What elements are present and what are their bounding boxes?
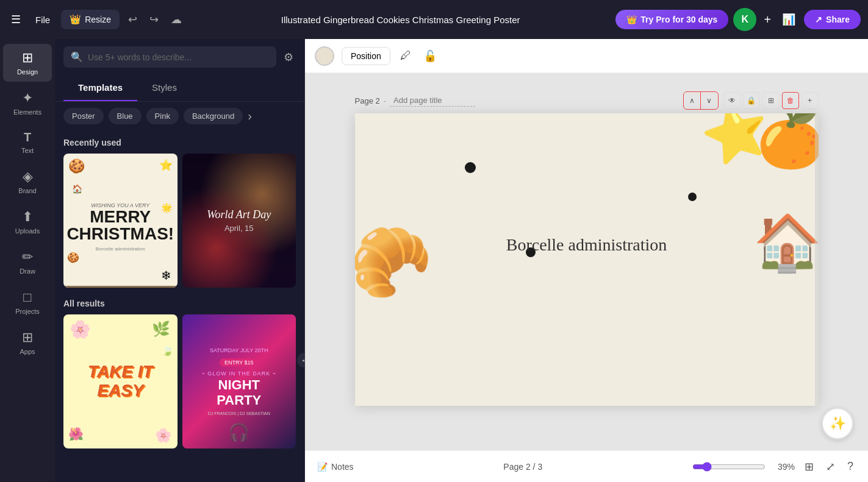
page-indicator: Page 2 / 3: [503, 462, 542, 472]
sidebar-label-projects: Projects: [15, 308, 40, 315]
sidebar-item-text[interactable]: T Text: [3, 124, 52, 160]
page-nav-group: ∧ ∨: [683, 91, 719, 110]
crown-icon: 👑: [626, 15, 637, 24]
all-results-grid: 🌸 🌿 🌺 🌸 🍃 TAKE ITEASY SAT: [63, 314, 296, 448]
canvas-scroll[interactable]: Page 2 - ∧ ∨ 👁 🔒 ⊞ 🗑 +: [305, 73, 868, 450]
sidebar-label-uploads: Uploads: [15, 227, 40, 235]
user-avatar-button[interactable]: K: [733, 8, 756, 31]
cookie-top-right: 🍊: [756, 113, 819, 171]
notes-button[interactable]: 📝 Notes: [317, 462, 354, 472]
all-results-title: All results: [63, 299, 296, 308]
recently-used-title: Recently used: [63, 138, 296, 147]
sidebar-label-design: Design: [17, 68, 38, 76]
template-card-nightparty[interactable]: SATURDAY JULY 20TH ENTRY $15 ~ GLOW IN T…: [182, 314, 296, 448]
dot-1: [465, 162, 476, 173]
chip-blue[interactable]: Blue: [109, 108, 142, 124]
visibility-button[interactable]: 👁: [723, 92, 741, 109]
topbar: ☰ File 👑 Resize ↩ ↪ ☁ Illustrated Ginger…: [0, 0, 868, 39]
sidebar-item-uploads[interactable]: ⬆ Uploads: [3, 203, 52, 241]
resize-icon: 👑: [70, 14, 81, 25]
color-swatch[interactable]: [315, 46, 334, 66]
left-panel: 🔍 ⚙ Templates Styles Poster Blue Pink Ba…: [55, 39, 305, 482]
template-card-christmas[interactable]: 🍪 ⭐ 🍪 🏠 ❄ 🌟 WISHING YOU A VERY MERRYCHRI…: [63, 154, 178, 288]
sidebar-label-draw: Draw: [20, 268, 35, 275]
cookie-right: 🏠: [753, 211, 819, 275]
zoom-slider[interactable]: [692, 462, 766, 472]
more-chips-button[interactable]: ›: [248, 109, 252, 123]
sidebar-label-text: Text: [21, 147, 34, 154]
sidebar-item-design[interactable]: ⊞ Design: [3, 44, 52, 82]
topbar-right: 👑 Try Pro for 30 days K + 📊 ↗ Share: [615, 8, 861, 31]
search-input-wrap[interactable]: 🔍: [63, 46, 276, 68]
cloud-save-button[interactable]: ☁: [167, 9, 185, 30]
page-label: Page 2: [355, 96, 380, 105]
uploads-icon: ⬆: [22, 209, 33, 225]
template-card-takiteasy[interactable]: 🌸 🌿 🌺 🌸 🍃 TAKE ITEASY: [63, 314, 178, 448]
topbar-left: ☰ File 👑 Resize ↩ ↪ ☁: [7, 9, 185, 30]
sidebar-label-elements: Elements: [13, 108, 41, 116]
chip-poster[interactable]: Poster: [63, 108, 104, 124]
draw-icon: ✏: [22, 249, 33, 265]
help-button[interactable]: ?: [845, 458, 856, 475]
page-down-button[interactable]: ∨: [701, 92, 718, 109]
undo-button[interactable]: ↩: [124, 9, 141, 30]
sidebar-item-apps[interactable]: ⊞ Apps: [3, 324, 52, 361]
search-input[interactable]: [88, 52, 269, 62]
tab-styles[interactable]: Styles: [137, 75, 192, 101]
page-controls: ∧ ∨ 👁 🔒 ⊞ 🗑 +: [683, 91, 819, 110]
chip-background[interactable]: Background: [184, 108, 243, 124]
stats-button[interactable]: 📊: [778, 9, 799, 30]
projects-icon: □: [23, 289, 31, 305]
sidebar-item-projects[interactable]: □ Projects: [3, 283, 52, 321]
panel-content: Recently used 🍪 ⭐ 🍪 🏠 ❄ 🌟 WISHING YOU A …: [55, 130, 304, 482]
canvas-page-wrap: Page 2 - ∧ ∨ 👁 🔒 ⊞ 🗑 +: [355, 91, 819, 406]
text-icon: T: [24, 130, 31, 144]
canvas-area: Position 🖊 🔓 Page 2 - ∧ ∨: [305, 39, 868, 482]
page-header-row: Page 2 - ∧ ∨ 👁 🔒 ⊞ 🗑 +: [355, 91, 819, 110]
grid-view-button[interactable]: ⊞: [802, 458, 816, 476]
sidebar-label-brand: Brand: [18, 187, 36, 194]
delete-page-button[interactable]: 🗑: [782, 92, 799, 109]
filter-chips: Poster Blue Pink Background ›: [55, 102, 304, 130]
sidebar-item-brand[interactable]: ◈ Brand: [3, 163, 52, 200]
sidebar-label-apps: Apps: [20, 348, 35, 355]
lock-icon-button[interactable]: 🔓: [421, 47, 439, 65]
pro-trial-button[interactable]: 👑 Try Pro for 30 days: [615, 10, 728, 29]
resize-button[interactable]: 👑 Resize: [61, 10, 120, 29]
sidebar-item-elements[interactable]: ✦ Elements: [3, 84, 52, 122]
lock-page-button[interactable]: 🔒: [743, 92, 760, 109]
sidebar-item-draw[interactable]: ✏ Draw: [3, 243, 52, 281]
redo-button[interactable]: ↪: [146, 9, 162, 30]
design-icon: ⊞: [22, 50, 33, 66]
tab-templates[interactable]: Templates: [63, 75, 137, 101]
page-title-input[interactable]: [390, 94, 475, 107]
duplicate-page-button[interactable]: ⊞: [762, 92, 780, 109]
fullscreen-button[interactable]: ⤢: [823, 458, 838, 476]
format-icon-button[interactable]: 🖊: [398, 47, 414, 65]
cookie-left: 🥐: [355, 223, 432, 302]
page-up-button[interactable]: ∧: [684, 92, 701, 109]
page-label-dash: -: [384, 96, 386, 105]
elements-icon: ✦: [22, 90, 33, 106]
recently-used-grid: 🍪 ⭐ 🍪 🏠 ❄ 🌟 WISHING YOU A VERY MERRYCHRI…: [63, 154, 296, 288]
search-bar: 🔍 ⚙: [55, 39, 304, 75]
chip-pink[interactable]: Pink: [146, 108, 179, 124]
hamburger-button[interactable]: ☰: [7, 9, 24, 30]
share-button[interactable]: ↗ Share: [804, 10, 861, 29]
file-menu-button[interactable]: File: [29, 11, 56, 29]
zoom-label: 39%: [770, 462, 795, 472]
magic-ai-button[interactable]: ✨: [822, 408, 853, 439]
position-button[interactable]: Position: [342, 47, 390, 65]
zoom-control: 39%: [692, 462, 795, 472]
add-page-button[interactable]: +: [802, 92, 819, 109]
canvas-toolbar: Position 🖊 🔓: [305, 39, 868, 73]
template-card-artday[interactable]: World Art Day April, 15: [182, 154, 296, 288]
search-icon: 🔍: [71, 51, 83, 63]
document-title: Illustrated Gingerbread Cookies Christma…: [190, 15, 611, 25]
add-button[interactable]: +: [761, 10, 773, 29]
dot-2: [688, 193, 697, 201]
filter-button[interactable]: ⚙: [281, 48, 296, 66]
canvas-page[interactable]: ⭐ 🍊 🥐 🏠 Borcelle administration: [355, 113, 819, 406]
brand-icon: ◈: [23, 169, 33, 185]
canvas-center-text: Borcelle administration: [506, 235, 667, 255]
